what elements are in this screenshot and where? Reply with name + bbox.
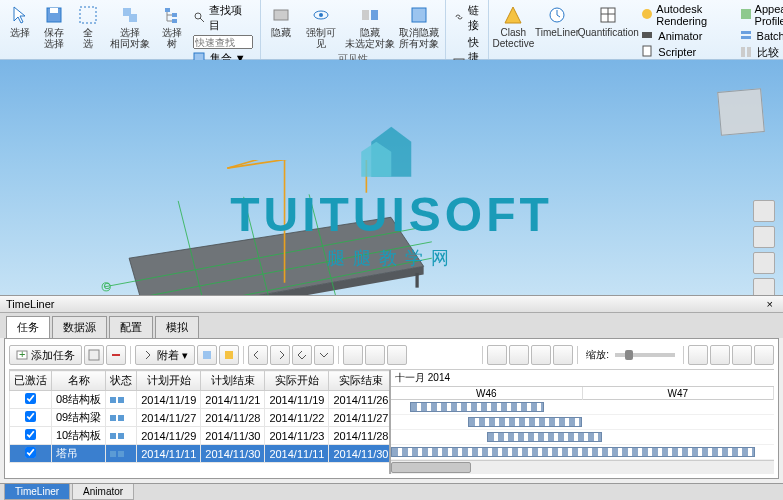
appearance-icon — [740, 8, 752, 22]
bottom-tab-animator[interactable]: Animator — [72, 484, 134, 500]
gantt-chart[interactable]: 十一月 2014 W46 W47 — [389, 370, 774, 474]
select-same-button[interactable]: 选择 相同对象 — [106, 2, 154, 51]
svg-rect-28 — [741, 31, 751, 34]
nav-pan-button[interactable] — [753, 200, 775, 222]
svg-rect-15 — [371, 10, 378, 20]
tb-btn-19[interactable] — [754, 345, 774, 365]
svg-rect-31 — [747, 47, 751, 57]
attach-icon — [142, 349, 154, 361]
svg-point-24 — [642, 9, 652, 19]
tb-btn-17[interactable] — [710, 345, 730, 365]
row-active-checkbox[interactable] — [25, 429, 36, 440]
tb-btn-6[interactable] — [270, 345, 290, 365]
svg-rect-71 — [118, 451, 124, 457]
nav-zoom-button[interactable] — [753, 226, 775, 248]
tab-tasks[interactable]: 任务 — [6, 316, 50, 338]
svg-rect-5 — [165, 8, 170, 12]
table-row[interactable]: 08结构板2014/11/192014/11/212014/11/192014/… — [10, 391, 390, 409]
zoom-slider[interactable] — [615, 353, 675, 357]
cell-act-start: 2014/11/19 — [265, 391, 329, 409]
tb-btn-1[interactable] — [84, 345, 104, 365]
add-icon: + — [16, 349, 28, 361]
view-cube[interactable] — [717, 88, 765, 136]
svg-rect-55 — [415, 273, 418, 288]
tb-btn-13[interactable] — [509, 345, 529, 365]
unhide-all-button[interactable]: 取消隐藏 所有对象 — [398, 2, 441, 51]
cell-name: 09结构梁 — [52, 409, 106, 427]
tb-btn-14[interactable] — [531, 345, 551, 365]
tb-btn-4[interactable] — [219, 345, 239, 365]
tb-btn-5[interactable] — [248, 345, 268, 365]
timeliner-button[interactable]: TimeLiner — [536, 2, 579, 40]
row-active-checkbox[interactable] — [25, 447, 36, 458]
hide-unsel-icon — [359, 4, 381, 26]
table-row[interactable]: 10结构板2014/11/292014/11/302014/11/232014/… — [10, 427, 390, 445]
tb-btn-8[interactable] — [314, 345, 334, 365]
gantt-scrollbar[interactable] — [391, 460, 774, 474]
tab-config[interactable]: 配置 — [109, 316, 153, 338]
tb-btn-9[interactable] — [343, 345, 363, 365]
nav-orbit-button[interactable] — [753, 252, 775, 274]
svg-line-9 — [200, 18, 204, 22]
viewport-3d[interactable]: ABC TUITUISOFT 腿腿教学网 — [0, 60, 783, 295]
nav-look-button[interactable] — [753, 278, 775, 295]
add-task-button[interactable]: +添加任务 — [9, 345, 82, 365]
batch-button[interactable]: Batch Utility — [737, 28, 783, 44]
tb-btn-16[interactable] — [688, 345, 708, 365]
table-row[interactable]: 塔吊2014/11/112014/11/302014/11/112014/11/… — [10, 445, 390, 463]
svg-rect-16 — [412, 8, 426, 22]
tb-btn-12[interactable] — [487, 345, 507, 365]
hide-button[interactable]: 隐藏 — [265, 2, 297, 40]
panel-titlebar[interactable]: TimeLiner × — [0, 296, 783, 313]
quick-find-input[interactable] — [190, 34, 256, 50]
tb-btn-15[interactable] — [553, 345, 573, 365]
ribbon-group-select: 选择 保存 选择 全 选 选择 相同对象 选择 树 查找项目 集合 ▼ — [0, 0, 261, 59]
timeliner-toolbar: +添加任务 附着 ▾ 缩放: — [9, 343, 774, 370]
tb-btn-7[interactable] — [292, 345, 312, 365]
appearance-button[interactable]: Appearance Profile — [737, 2, 783, 28]
animator-button[interactable]: Animator — [638, 28, 734, 44]
row-active-checkbox[interactable] — [25, 393, 36, 404]
clash-detective-button[interactable]: Clash Detective — [493, 2, 534, 51]
compare-button[interactable]: 比较 — [737, 44, 783, 61]
cell-plan-start: 2014/11/11 — [137, 445, 201, 463]
svg-rect-14 — [362, 10, 369, 20]
select-button[interactable]: 选择 — [4, 2, 36, 40]
tab-simulate[interactable]: 模拟 — [155, 316, 199, 338]
scripter-button[interactable]: Scripter — [638, 44, 734, 60]
quant-icon — [597, 4, 619, 26]
selection-tree-button[interactable]: 选择 树 — [156, 2, 188, 51]
cell-plan-end: 2014/11/30 — [201, 445, 265, 463]
quantification-button[interactable]: Quantification — [580, 2, 636, 40]
cell-plan-start: 2014/11/19 — [137, 391, 201, 409]
save-selection-button[interactable]: 保存 选择 — [38, 2, 70, 51]
find-items-button[interactable]: 查找项目 — [190, 2, 256, 34]
attach-button[interactable]: 附着 ▾ — [135, 345, 195, 365]
tb-btn-10[interactable] — [365, 345, 385, 365]
hide-unselected-button[interactable]: 隐藏 未选定对象 — [344, 2, 396, 51]
panel-close-button[interactable]: × — [763, 298, 777, 310]
gantt-week: W46 — [391, 387, 583, 400]
tab-datasources[interactable]: 数据源 — [52, 316, 107, 338]
select-all-button[interactable]: 全 选 — [72, 2, 104, 51]
cell-status — [106, 427, 137, 445]
script-icon — [641, 45, 655, 59]
tb-btn-18[interactable] — [732, 345, 752, 365]
force-visible-button[interactable]: 强制可见 — [299, 2, 342, 51]
svg-rect-62 — [203, 351, 211, 359]
links-button[interactable]: 链接 — [450, 2, 484, 34]
tb-btn-2[interactable] — [106, 345, 126, 365]
tb-btn-3[interactable] — [197, 345, 217, 365]
table-row[interactable]: 09结构梁2014/11/272014/11/282014/11/222014/… — [10, 409, 390, 427]
tb-btn-11[interactable] — [387, 345, 407, 365]
row-active-checkbox[interactable] — [25, 411, 36, 422]
bottom-tab-timeliner[interactable]: TimeLiner — [4, 484, 70, 500]
model-scene: ABC — [40, 160, 480, 295]
cell-act-end: 2014/11/27 — [329, 409, 389, 427]
svg-rect-68 — [110, 433, 116, 439]
task-grid[interactable]: 已激活 名称 状态 计划开始 计划结束 实际开始 实际结束 任务类型 08结构板… — [9, 370, 389, 474]
render-icon — [641, 8, 653, 22]
svg-marker-19 — [505, 7, 521, 23]
rendering-button[interactable]: Autodesk Rendering — [638, 2, 734, 28]
svg-rect-29 — [741, 36, 751, 39]
